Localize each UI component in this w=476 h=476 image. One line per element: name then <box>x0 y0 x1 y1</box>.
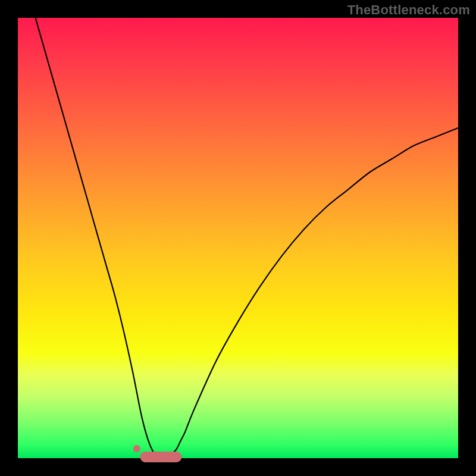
optimal-band-lead-dot <box>133 445 140 452</box>
bottleneck-curve <box>36 18 458 459</box>
optimal-band-bead <box>167 452 177 462</box>
curve-layer <box>0 0 476 476</box>
optimal-band-markers <box>133 445 177 462</box>
watermark-text: TheBottleneck.com <box>347 2 470 18</box>
chart-frame: TheBottleneck.com <box>0 0 476 476</box>
curve-path <box>36 18 458 459</box>
